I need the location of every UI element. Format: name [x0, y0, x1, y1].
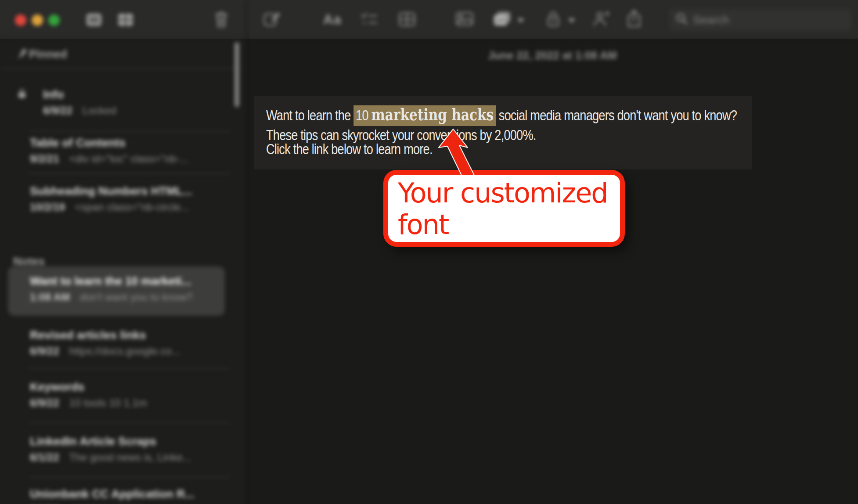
- note-line-1[interactable]: Want to learn the 10 marketing hacks soc…: [266, 105, 737, 124]
- note-line-3[interactable]: Click the link below to learn more.: [266, 141, 433, 156]
- annotation-label: Your customized font: [398, 177, 609, 241]
- highlighted-text: 10 marketing hacks: [353, 105, 496, 126]
- blackletter-text: marketing hacks: [371, 105, 494, 124]
- notes-app-window: Aa Search: [0, 0, 858, 504]
- annotation-arrow: [0, 0, 858, 504]
- focused-note-content: Want to learn the 10 marketing hacks soc…: [0, 0, 858, 504]
- annotation-callout: Your customized font: [383, 170, 625, 247]
- note-line-2[interactable]: These tips can skyrocket your conversion…: [266, 127, 536, 142]
